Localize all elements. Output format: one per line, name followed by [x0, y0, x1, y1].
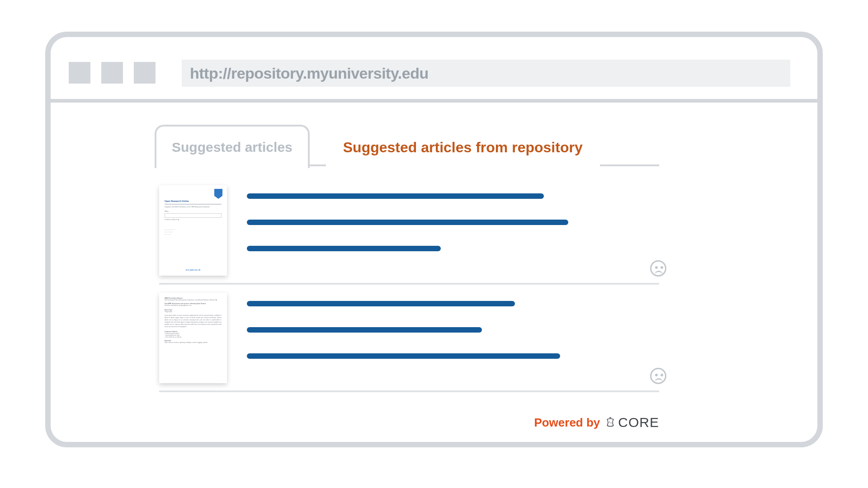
article-lines — [247, 185, 659, 272]
tab-label: Suggested articles from repository — [343, 139, 583, 156]
tab-suggested-repo[interactable]: Suggested articles from repository — [326, 125, 600, 168]
browser-chrome: http://repository.myuniversity.edu — [51, 37, 817, 103]
article-thumbnail: Open Research Online Integration of the … — [159, 185, 227, 276]
text-line — [247, 327, 482, 333]
text-line — [247, 246, 441, 251]
article-lines — [247, 293, 659, 380]
text-line — [247, 353, 560, 359]
text-line — [247, 220, 568, 225]
powered-by: Powered by CORE — [534, 415, 659, 430]
thumb-title: Open Research Online — [165, 200, 222, 202]
window-controls — [69, 62, 156, 84]
article-item[interactable]: INRIA Presentation Abstract 10th Interna… — [159, 285, 659, 392]
article-item[interactable]: Open Research Online Integration of the … — [159, 177, 659, 285]
browser-window: http://repository.myuniversity.edu Sugge… — [45, 32, 823, 447]
window-dot — [134, 62, 156, 84]
text-line — [247, 301, 515, 306]
tabs: Suggested articles Suggested articles fr… — [155, 123, 659, 166]
window-dot — [69, 62, 90, 84]
article-list: Open Research Online Integration of the … — [159, 177, 659, 392]
dislike-icon[interactable] — [650, 260, 666, 277]
page-content: Suggested articles Suggested articles fr… — [60, 114, 808, 433]
apple-core-icon — [605, 417, 615, 428]
tab-label: Suggested articles — [172, 140, 292, 155]
svg-point-0 — [609, 422, 610, 422]
powered-by-label: Powered by — [534, 416, 600, 430]
dislike-icon[interactable] — [650, 368, 666, 384]
tab-suggested[interactable]: Suggested articles — [155, 125, 310, 168]
text-line — [247, 193, 544, 199]
window-dot — [101, 62, 123, 84]
address-url: http://repository.myuniversity.edu — [190, 65, 429, 82]
svg-point-1 — [611, 422, 612, 423]
article-thumbnail: INRIA Presentation Abstract 10th Interna… — [159, 293, 227, 383]
address-bar[interactable]: http://repository.myuniversity.edu — [182, 60, 790, 87]
core-wordmark: CORE — [618, 415, 659, 430]
thumb-link: oro.open.ac.uk — [159, 268, 227, 271]
core-logo[interactable]: CORE — [605, 415, 659, 430]
